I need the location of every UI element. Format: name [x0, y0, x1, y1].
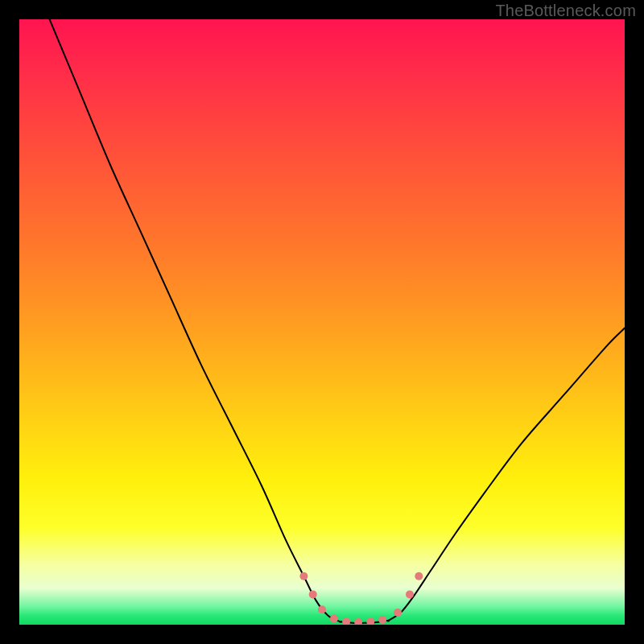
marker-point [330, 615, 338, 623]
marker-point [309, 590, 317, 598]
marker-point [342, 617, 350, 625]
plot-area [19, 19, 625, 625]
marker-point [318, 605, 326, 613]
marker-point [394, 609, 402, 617]
marker-point [378, 616, 386, 624]
watermark-text: TheBottleneck.com [495, 2, 636, 20]
marker-point [299, 572, 308, 580]
marker-point [366, 617, 374, 625]
bottleneck-curve [50, 19, 625, 623]
marker-point [415, 572, 423, 580]
marker-point [354, 618, 362, 625]
marker-group [299, 572, 423, 625]
curve-layer [19, 19, 625, 625]
marker-point [406, 590, 414, 598]
chart-frame: TheBottleneck.com [0, 0, 644, 644]
